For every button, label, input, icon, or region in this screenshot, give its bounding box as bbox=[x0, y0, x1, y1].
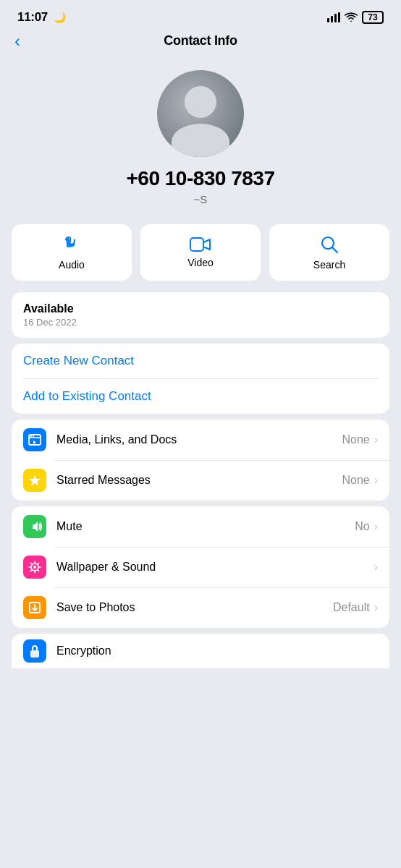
svg-point-5 bbox=[322, 237, 334, 249]
media-links-docs-label: Media, Links, and Docs bbox=[56, 433, 342, 446]
action-buttons-row: Audio Video Search bbox=[0, 213, 401, 286]
starred-messages-label: Starred Messages bbox=[56, 474, 342, 487]
svg-rect-1 bbox=[331, 16, 333, 22]
wallpaper-sound-item[interactable]: Wallpaper & Sound › bbox=[12, 547, 389, 587]
starred-messages-item[interactable]: Starred Messages None › bbox=[12, 460, 389, 501]
mute-item[interactable]: Mute No › bbox=[12, 506, 389, 547]
video-button[interactable]: Video bbox=[140, 224, 261, 281]
availability-card: Available 16 Dec 2022 bbox=[12, 292, 389, 338]
save-to-photos-label: Save to Photos bbox=[56, 601, 333, 614]
svg-point-9 bbox=[33, 435, 34, 437]
status-bar: 11:07 🌙 73 bbox=[0, 0, 401, 29]
media-starred-card: Media, Links, and Docs None › Starred Me… bbox=[12, 420, 389, 501]
starred-messages-value: None bbox=[342, 474, 369, 487]
starred-chevron-icon: › bbox=[374, 474, 378, 487]
status-icons: 73 bbox=[327, 11, 384, 24]
wallpaper-sound-label: Wallpaper & Sound bbox=[56, 561, 370, 574]
signal-icon bbox=[327, 12, 340, 22]
svg-line-17 bbox=[38, 570, 39, 571]
svg-line-19 bbox=[30, 570, 32, 571]
add-existing-contact-button[interactable]: Add to Existing Contact bbox=[12, 379, 389, 414]
encryption-label: Encryption bbox=[56, 644, 378, 658]
moon-icon: 🌙 bbox=[54, 12, 66, 23]
save-to-photos-value: Default bbox=[333, 601, 370, 614]
avatar-head bbox=[185, 86, 216, 118]
svg-rect-4 bbox=[190, 238, 203, 251]
contact-actions-card: Create New Contact Add to Existing Conta… bbox=[12, 344, 389, 414]
media-links-docs-value: None bbox=[342, 433, 369, 446]
contact-number: +60 10-830 7837 bbox=[126, 167, 274, 190]
save-photos-chevron-icon: › bbox=[374, 601, 378, 614]
save-photos-icon-bg bbox=[23, 596, 46, 619]
mute-chevron-icon: › bbox=[374, 520, 378, 533]
starred-icon-bg bbox=[23, 469, 46, 492]
create-new-contact-button[interactable]: Create New Contact bbox=[12, 344, 389, 378]
nav-bar: ‹ Contact Info bbox=[0, 29, 401, 56]
svg-line-18 bbox=[38, 563, 39, 564]
availability-date: 16 Dec 2022 bbox=[23, 317, 378, 328]
svg-rect-2 bbox=[334, 14, 337, 22]
back-button[interactable]: ‹ bbox=[14, 31, 20, 51]
mute-label: Mute bbox=[56, 520, 355, 533]
avatar bbox=[157, 70, 244, 157]
encryption-item[interactable]: Encryption bbox=[12, 634, 389, 668]
search-label: Search bbox=[313, 259, 345, 271]
settings-card: Mute No › Wallpaper & Sound › bbox=[12, 506, 389, 628]
audio-button[interactable]: Audio bbox=[12, 224, 132, 281]
mute-value: No bbox=[355, 520, 369, 533]
avatar-section: +60 10-830 7837 ~S bbox=[0, 56, 401, 213]
svg-rect-21 bbox=[30, 650, 39, 658]
svg-point-11 bbox=[33, 566, 36, 569]
search-icon bbox=[319, 234, 339, 255]
battery-indicator: 73 bbox=[362, 11, 384, 24]
svg-line-6 bbox=[333, 248, 338, 253]
media-chevron-icon: › bbox=[374, 433, 378, 446]
availability-status: Available bbox=[23, 302, 378, 315]
svg-line-16 bbox=[30, 563, 32, 564]
encryption-icon-bg bbox=[23, 639, 46, 663]
svg-rect-3 bbox=[338, 12, 340, 22]
audio-label: Audio bbox=[59, 259, 85, 271]
contact-alias: ~S bbox=[194, 193, 208, 205]
wifi-icon bbox=[345, 12, 358, 22]
svg-point-8 bbox=[30, 435, 32, 437]
save-to-photos-item[interactable]: Save to Photos Default › bbox=[12, 587, 389, 628]
mute-icon-bg bbox=[23, 515, 46, 538]
video-icon bbox=[190, 237, 211, 252]
media-icon-bg bbox=[23, 428, 46, 451]
wallpaper-chevron-icon: › bbox=[374, 561, 378, 574]
video-label: Video bbox=[187, 257, 214, 268]
search-button[interactable]: Search bbox=[269, 224, 389, 281]
avatar-body bbox=[172, 124, 229, 157]
wallpaper-icon-bg bbox=[23, 556, 46, 579]
status-time: 11:07 🌙 bbox=[17, 10, 66, 25]
page-title: Contact Info bbox=[164, 33, 237, 48]
media-links-docs-item[interactable]: Media, Links, and Docs None › bbox=[12, 420, 389, 460]
audio-icon bbox=[62, 234, 82, 255]
svg-rect-0 bbox=[327, 18, 329, 22]
